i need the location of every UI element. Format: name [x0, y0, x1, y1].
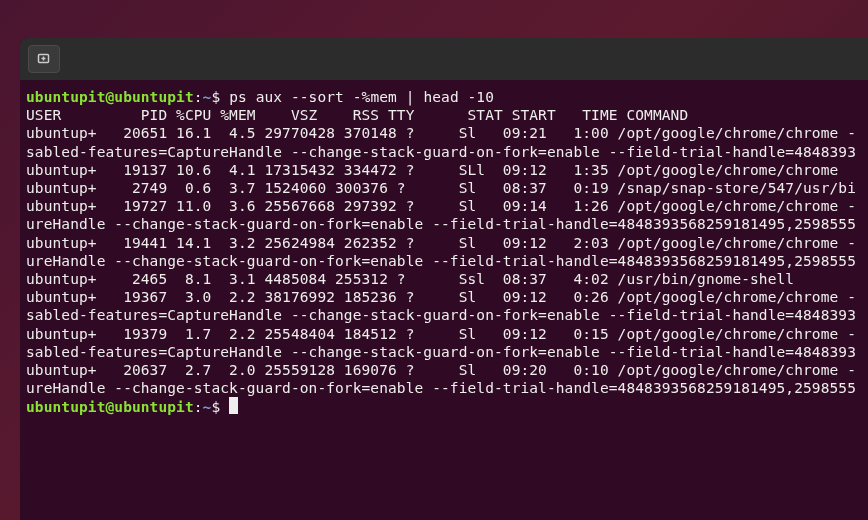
output-row: ubuntup+ 19379 1.7 2.2 25548404 184512 ?…	[26, 325, 862, 343]
output-row: ubuntup+ 19137 10.6 4.1 17315432 334472 …	[26, 161, 862, 179]
prompt-user: ubuntupit@ubuntupit	[26, 89, 194, 105]
output-row: ubuntup+ 19441 14.1 3.2 25624984 262352 …	[26, 234, 862, 252]
prompt-user: ubuntupit@ubuntupit	[26, 399, 194, 415]
output-row: sabled-features=CaptureHandle --change-s…	[26, 343, 862, 361]
output-header: USER PID %CPU %MEM VSZ RSS TTY STAT STAR…	[26, 106, 862, 124]
command-text: ps aux --sort -%mem | head -10	[229, 89, 494, 105]
output-row: ubuntup+ 19727 11.0 3.6 25567668 297392 …	[26, 197, 862, 215]
output-row: ubuntup+ 20637 2.7 2.0 25559128 169076 ?…	[26, 361, 862, 379]
prompt-line-1: ubuntupit@ubuntupit:~$ ps aux --sort -%m…	[26, 88, 862, 106]
output-row: ubuntup+ 2465 8.1 3.1 4485084 255312 ? S…	[26, 270, 862, 288]
output-row: sabled-features=CaptureHandle --change-s…	[26, 143, 862, 161]
terminal-window: ubuntupit@ubuntupit:~$ ps aux --sort -%m…	[20, 38, 868, 520]
output-row: sabled-features=CaptureHandle --change-s…	[26, 306, 862, 324]
new-tab-button[interactable]	[28, 45, 60, 73]
prompt-symbol: $	[211, 399, 220, 415]
terminal-body[interactable]: ubuntupit@ubuntupit:~$ ps aux --sort -%m…	[20, 80, 868, 425]
output-row: ureHandle --change-stack-guard-on-fork=e…	[26, 379, 862, 397]
cursor	[229, 397, 238, 414]
new-tab-icon	[36, 51, 52, 67]
output-row: ubuntup+ 19367 3.0 2.2 38176992 185236 ?…	[26, 288, 862, 306]
output-row: ubuntup+ 2749 0.6 3.7 1524060 300376 ? S…	[26, 179, 862, 197]
output-row: ureHandle --change-stack-guard-on-fork=e…	[26, 252, 862, 270]
prompt-symbol: $	[211, 89, 220, 105]
prompt-line-2: ubuntupit@ubuntupit:~$	[26, 397, 862, 416]
output-row: ureHandle --change-stack-guard-on-fork=e…	[26, 215, 862, 233]
title-bar	[20, 38, 868, 80]
output-row: ubuntup+ 20651 16.1 4.5 29770428 370148 …	[26, 124, 862, 142]
